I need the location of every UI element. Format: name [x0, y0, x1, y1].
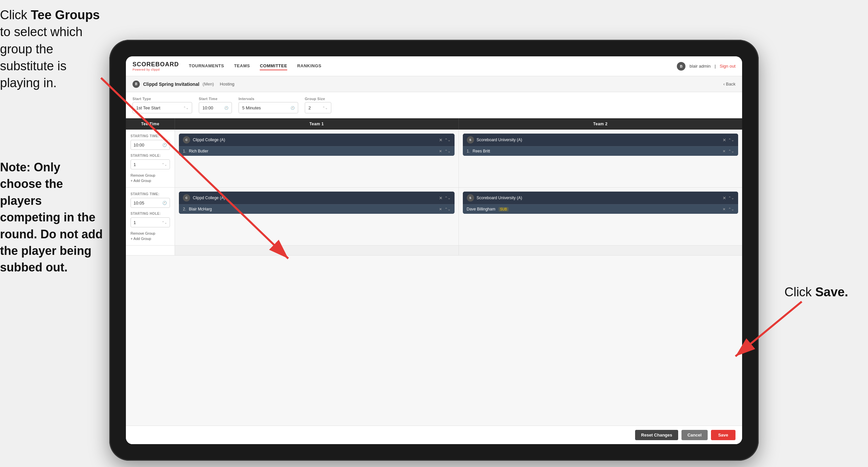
nav-rankings[interactable]: RANKINGS	[297, 62, 321, 70]
save-bold: Save.	[815, 285, 848, 299]
group-size-input[interactable]: 2 ⌃⌄	[305, 102, 331, 113]
player-number-1-1-0: 1.	[183, 149, 186, 153]
player-chevron-2-2-0[interactable]: ⌃⌄	[728, 207, 734, 211]
starting-time-label-2: STARTING TIME:	[130, 192, 170, 196]
team-chevron-1-2[interactable]: ⌃⌄	[728, 138, 734, 142]
start-type-label: Start Type	[132, 97, 192, 101]
logo-text: SCOREBOARD	[132, 61, 179, 68]
annotation-bottom-left: Note: Only choose the players competing …	[0, 159, 103, 276]
add-group-btn-1[interactable]: + Add Group	[130, 179, 170, 183]
player-number-1-2-0: 1.	[467, 149, 470, 153]
reset-changes-button[interactable]: Reset Changes	[635, 430, 678, 440]
note-bold: Note: Only choose the players competing …	[0, 160, 103, 274]
add-group-btn-2[interactable]: + Add Group	[130, 237, 170, 241]
team-card-header-1-2: S Scoreboard University (A) ✕ ⌃⌄	[463, 134, 739, 146]
hole-arrow-icon-2: ⌃⌄	[162, 221, 167, 224]
team-name-2-1: Clippd College (A)	[193, 196, 436, 200]
player-row-2-2-0[interactable]: Dave Billingham SUB ✕ ⌃⌄	[463, 204, 739, 214]
team-remove-2-2[interactable]: ✕	[722, 196, 726, 201]
start-time-label: Start Time	[199, 97, 232, 101]
team-card-1-1[interactable]: C Clippd College (A) ✕ ⌃⌄ 1. Rich Butler	[179, 134, 455, 156]
time-input-1[interactable]: 10:00 🕙	[130, 140, 170, 150]
signout-link[interactable]: Sign out	[720, 64, 736, 68]
intervals-label: Intervals	[239, 97, 298, 101]
remove-group-btn-1[interactable]: Remove Group	[130, 173, 170, 177]
team-card-header-1-1: C Clippd College (A) ✕ ⌃⌄	[179, 134, 455, 146]
nav-right: B blair admin | Sign out	[677, 62, 736, 70]
nav-tournaments[interactable]: TOURNAMENTS	[189, 62, 224, 70]
save-button[interactable]: Save	[711, 430, 736, 440]
partial-team-2	[459, 245, 742, 255]
teams-col-2: C Clippd College (A) ✕ ⌃⌄ 2. Blair McHar…	[175, 187, 742, 245]
starting-time-label-1: STARTING TIME:	[130, 134, 170, 138]
hole-value-2: 1	[133, 220, 136, 225]
player-remove-2-1-0[interactable]: ✕	[439, 207, 442, 211]
hosting-tag: Hosting	[220, 82, 235, 87]
team-card-actions-2-1: ✕ ⌃⌄	[439, 196, 451, 201]
time-clock-icon-2: 🕙	[162, 201, 167, 205]
start-time-clock: 🕙	[224, 106, 228, 110]
nav-committee[interactable]: COMMITTEE	[260, 62, 287, 70]
time-clock-icon-1: 🕙	[162, 143, 167, 147]
player-name-2-1-0: Blair McHarg	[189, 207, 436, 211]
intervals-group: Intervals 5 Minutes 🕙	[239, 97, 298, 113]
team-remove-1-1[interactable]: ✕	[439, 138, 443, 143]
hole-input-1[interactable]: 1 ⌃⌄	[130, 159, 170, 169]
team-name-2-2: Scoreboard University (A)	[477, 196, 720, 200]
player-remove-1-2-0[interactable]: ✕	[722, 149, 725, 153]
intervals-value: 5 Minutes	[242, 106, 261, 110]
tee-group-row: STARTING TIME: 10:00 🕙 STARTING HOLE: 1 …	[126, 129, 742, 187]
player-chevron-2-1-0[interactable]: ⌃⌄	[444, 207, 451, 211]
side-actions-1: Remove Group + Add Group	[130, 173, 170, 183]
breadcrumb-subtitle: (Men)	[203, 82, 214, 87]
team-card-actions-1-1: ✕ ⌃⌄	[439, 138, 451, 143]
group-size-group: Group Size 2 ⌃⌄	[305, 97, 331, 113]
team-remove-2-1[interactable]: ✕	[439, 196, 443, 201]
nav-teams[interactable]: TEAMS	[234, 62, 250, 70]
team-card-header-2-1: C Clippd College (A) ✕ ⌃⌄	[179, 192, 455, 204]
cancel-button[interactable]: Cancel	[681, 430, 708, 440]
team-card-2-1[interactable]: C Clippd College (A) ✕ ⌃⌄ 2. Blair McHar…	[179, 192, 455, 214]
admin-label: blair admin	[689, 64, 711, 68]
player-remove-2-2-0[interactable]: ✕	[722, 207, 725, 211]
team-card-2-2[interactable]: S Scoreboard University (A) ✕ ⌃⌄ Dave Bi…	[463, 192, 739, 214]
team-card-actions-2-2: ✕ ⌃⌄	[722, 196, 734, 201]
partial-team-1	[175, 245, 459, 255]
team-name-1-2: Scoreboard University (A)	[477, 138, 720, 142]
time-value-2: 10:05	[133, 201, 145, 205]
player-chevron-1-1-0[interactable]: ⌃⌄	[444, 149, 451, 153]
breadcrumb-bar: B Clippd Spring Invitational (Men) Hosti…	[126, 76, 742, 92]
team-card-1-2[interactable]: S Scoreboard University (A) ✕ ⌃⌄ 1. Rees…	[463, 134, 739, 156]
hole-input-2[interactable]: 1 ⌃⌄	[130, 217, 170, 227]
player-row-2-1-0[interactable]: 2. Blair McHarg ✕ ⌃⌄	[179, 204, 455, 214]
start-type-group: Start Type 1st Tee Start ⌃⌄	[132, 97, 192, 113]
team-chevron-2-2[interactable]: ⌃⌄	[728, 196, 734, 200]
team-logo-2-2: S	[467, 194, 474, 202]
team-chevron-1-1[interactable]: ⌃⌄	[444, 138, 451, 142]
start-type-input[interactable]: 1st Tee Start ⌃⌄	[132, 102, 192, 113]
player-remove-1-1-0[interactable]: ✕	[439, 149, 442, 153]
partial-tee	[126, 245, 175, 255]
team-chevron-2-1[interactable]: ⌃⌄	[444, 196, 451, 200]
player-row-1-1-0[interactable]: 1. Rich Butler ✕ ⌃⌄	[179, 146, 455, 156]
controls-row: Start Type 1st Tee Start ⌃⌄ Start Time 1…	[132, 97, 736, 113]
th-team1: Team 1	[175, 118, 459, 129]
remove-group-btn-2[interactable]: Remove Group	[130, 231, 170, 235]
breadcrumb-icon: B	[132, 81, 140, 88]
time-input-2[interactable]: 10:05 🕙	[130, 198, 170, 208]
intervals-input[interactable]: 5 Minutes 🕙	[239, 102, 298, 113]
back-button[interactable]: ‹ Back	[723, 82, 736, 87]
team-logo-1-1: C	[183, 136, 190, 144]
starting-hole-label-2: STARTING HOLE:	[130, 212, 170, 215]
intervals-clock: 🕙	[290, 106, 294, 110]
th-team2: Team 2	[459, 118, 742, 129]
content-scroll: STARTING TIME: 10:00 🕙 STARTING HOLE: 1 …	[126, 129, 742, 426]
team-name-1-1: Clippd College (A)	[193, 138, 436, 142]
player-chevron-1-2-0[interactable]: ⌃⌄	[728, 149, 734, 153]
team-remove-1-2[interactable]: ✕	[722, 138, 726, 143]
hole-arrow-icon-1: ⌃⌄	[162, 163, 167, 166]
th-tee-time: Tee Time	[126, 118, 175, 129]
player-row-1-2-0[interactable]: 1. Rees Britt ✕ ⌃⌄	[463, 146, 739, 156]
start-time-input[interactable]: 10:00 🕙	[199, 102, 232, 113]
logo-sub: Powered by clippd	[132, 68, 179, 71]
